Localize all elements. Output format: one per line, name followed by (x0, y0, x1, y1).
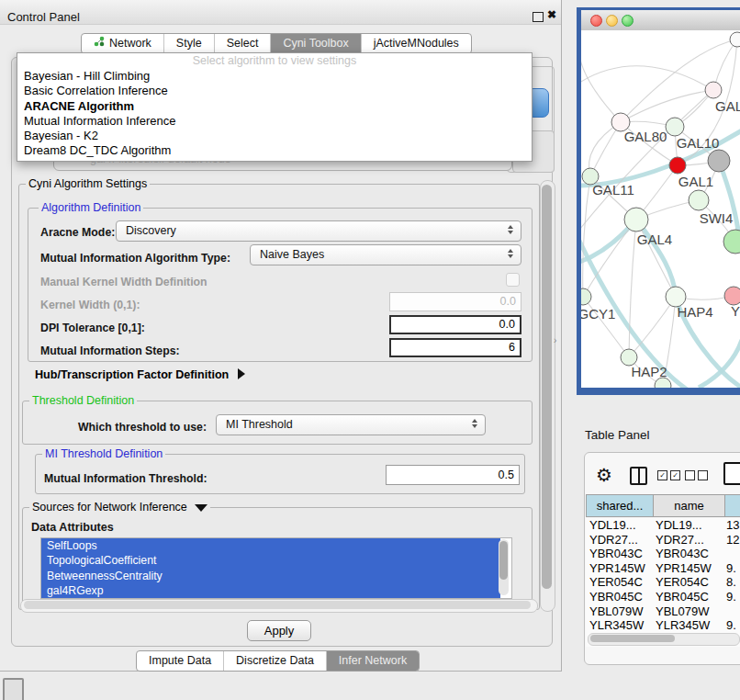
network-node[interactable] (581, 288, 591, 305)
minimize-traffic-light-icon[interactable] (606, 15, 618, 27)
manual-kernel-width-checkbox[interactable] (506, 273, 520, 287)
network-node[interactable] (708, 150, 730, 172)
network-node[interactable] (624, 208, 648, 231)
algorithm-option[interactable]: Bayesian - Hill Climbing (17, 69, 532, 84)
settings-horizontal-scrollbar-thumb[interactable] (24, 601, 531, 609)
table-cell: YBR043C (652, 547, 723, 561)
settings-vertical-scrollbar-thumb[interactable] (542, 185, 552, 589)
algorithm-option[interactable]: Basic Correlation Inference (17, 84, 532, 98)
deselect-all-checkboxes-icon[interactable] (685, 470, 708, 480)
network-node[interactable] (689, 190, 709, 210)
tab-jactivemnodules[interactable]: jActiveMNodules (362, 34, 471, 53)
which-threshold-combobox[interactable]: MI Threshold (216, 414, 486, 435)
zoom-traffic-light-icon[interactable] (622, 15, 633, 27)
table-body: YDL19...YDL19...13YDR27...YDR27...12YBR0… (586, 518, 740, 647)
node-label-gal7: GAL7 (715, 98, 740, 114)
table-cell: YLR345W (586, 618, 652, 633)
document-icon[interactable] (723, 462, 740, 485)
kernel-width-field[interactable]: 0.0 (389, 292, 521, 311)
table-row[interactable]: YDR27...YDR27...12 (586, 533, 740, 548)
table-cell: 13 (723, 518, 740, 533)
algorithm-option[interactable]: Mutual Information Inference (17, 114, 532, 129)
threshold-definition-title: Threshold Definition (29, 394, 137, 407)
network-edge (629, 297, 676, 357)
tab-cyni-toolbox[interactable]: Cyni Toolbox (271, 34, 361, 53)
table-row[interactable]: YBL079WYBL079W (586, 604, 740, 619)
split-columns-icon[interactable] (630, 467, 647, 485)
algorithm-option[interactable]: ARACNE Algorithm (17, 99, 532, 114)
network-node[interactable] (724, 287, 740, 305)
network-edge (583, 176, 590, 297)
table-row[interactable]: YBR045CYBR045C9. (586, 590, 740, 604)
algorithm-option[interactable]: Dream8 DC_TDC Algorithm (17, 143, 532, 158)
network-tab-icon (94, 34, 105, 53)
table-column-header[interactable] (725, 494, 740, 517)
tab-network[interactable]: Network (82, 34, 164, 53)
table-row[interactable]: YLR345WYLR345W9. (586, 618, 740, 633)
data-attributes-label: Data Attributes (31, 521, 114, 534)
table-column-header[interactable]: name (654, 494, 725, 517)
mi-threshold-field[interactable]: 0.5 (386, 465, 520, 485)
attr-list-scrollbar-thumb[interactable] (499, 541, 508, 580)
algorithm-option[interactable]: Bayesian - K2 (17, 129, 532, 143)
table-column-header[interactable]: shared... (586, 494, 654, 517)
hub-tf-definition-label: Hub/Transcription Factor Definition (35, 368, 229, 381)
table-cell: YPR145W (652, 561, 723, 576)
table-horizontal-scrollbar-thumb[interactable] (590, 635, 675, 642)
apply-button[interactable]: Apply (247, 620, 311, 641)
table-cell: YDR27... (586, 533, 652, 548)
tab-label: Network (109, 34, 151, 53)
network-node[interactable] (669, 157, 686, 174)
mi-algorithm-type-label: Mutual Information Algorithm Type: (40, 252, 230, 265)
network-node[interactable] (666, 118, 684, 136)
tab-discretize-data[interactable]: Discretize Data (224, 651, 327, 671)
mi-steps-field[interactable]: 6 (389, 338, 521, 357)
hub-tf-definition-toggle[interactable]: Hub/Transcription Factor Definition (35, 368, 245, 381)
network-node[interactable] (730, 32, 740, 47)
tab-impute-data[interactable]: Impute Data (137, 651, 224, 671)
table-cell: YBL079W (586, 604, 652, 619)
network-canvas[interactable]: GAL7GAL80GAL10GAL11GAL1SWI4GAL4GCY1HAP4Y… (581, 30, 740, 388)
tab-label: Infer Network (339, 651, 407, 671)
cyni-algorithm-settings-title: Cyni Algorithm Settings (26, 177, 150, 190)
data-attribute-item[interactable]: TopologicalCoefficient (41, 553, 500, 568)
control-panel-titlebar (0, 0, 561, 25)
network-window-titlebar[interactable] (581, 10, 740, 31)
which-threshold-value: MI Threshold (226, 418, 293, 431)
select-all-checkboxes-icon[interactable]: ✓✓ (657, 470, 680, 480)
dock-grip-icon[interactable] (3, 678, 24, 700)
node-label-hap2: HAP2 (631, 364, 667, 379)
data-attribute-item[interactable]: gal4RGexp (41, 583, 500, 598)
data-attribute-item[interactable]: SelfLoops (41, 538, 500, 553)
sources-toggle[interactable]: Sources for Network Inference (29, 501, 210, 514)
table-cell: 9. (723, 618, 740, 633)
table-cell: 9. (723, 590, 740, 604)
tab-style[interactable]: Style (164, 34, 215, 53)
tab-select[interactable]: Select (215, 34, 272, 53)
tab-infer-network[interactable]: Infer Network (327, 651, 419, 671)
table-row[interactable]: YPR145WYPR145W9. (586, 561, 740, 576)
node-label-gal10: GAL10 (677, 135, 720, 151)
mi-algorithm-type-combobox[interactable]: Naive Bayes (250, 244, 521, 265)
tab-label: Cyni Toolbox (283, 34, 348, 53)
node-label-y: Y (731, 303, 740, 319)
table-cell: 8. (723, 575, 740, 590)
close-traffic-light-icon[interactable] (590, 15, 602, 27)
splitter-handle[interactable]: › (554, 335, 556, 345)
network-node[interactable] (705, 82, 722, 98)
table-row[interactable]: YDL19...YDL19...13 (586, 518, 740, 533)
node-label-gal11: GAL11 (592, 182, 634, 198)
network-node[interactable] (723, 230, 740, 254)
table-row[interactable]: YBR043CYBR043C (586, 547, 740, 561)
data-attribute-item[interactable]: BetweennessCentrality (41, 569, 500, 583)
float-window-icon[interactable] (533, 12, 544, 22)
table-row[interactable]: YER054CYER054C8. (586, 575, 740, 590)
table-cell: YER054C (586, 575, 652, 590)
dpi-tolerance-field[interactable]: 0.0 (389, 315, 521, 334)
aracne-mode-combobox[interactable]: Discovery (116, 220, 521, 242)
dpi-tolerance-label: DPI Tolerance [0,1]: (40, 322, 145, 334)
combo-arrows-icon (508, 249, 514, 258)
close-icon[interactable]: ✖ (547, 8, 556, 21)
table-cell: YDR27... (652, 533, 723, 548)
table-settings-gear-icon[interactable]: ⚙ (596, 464, 612, 486)
